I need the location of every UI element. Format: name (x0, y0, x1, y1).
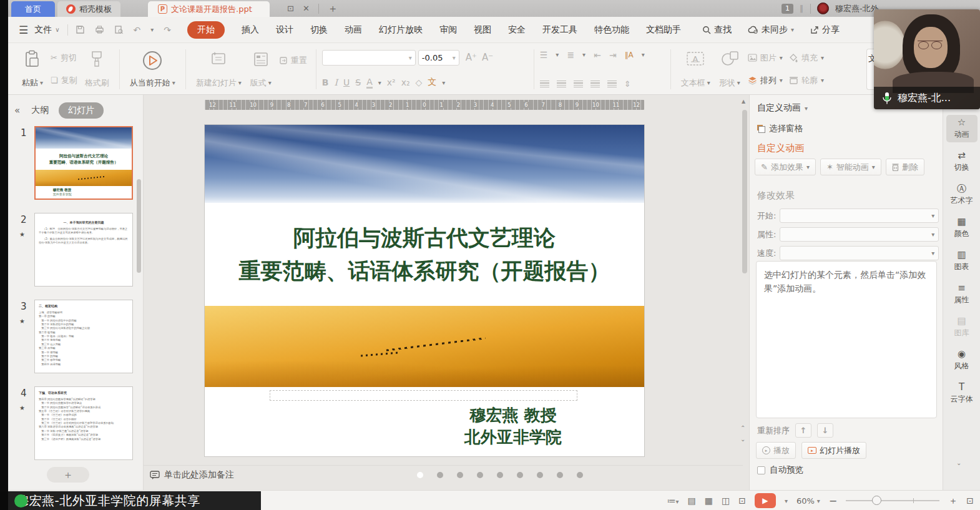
decrease-font-icon[interactable]: A⁻ (482, 52, 493, 63)
slide-dot[interactable] (517, 472, 523, 478)
font-size-combo[interactable]: -0.05▾ (418, 50, 459, 66)
slide-dot[interactable] (477, 472, 483, 478)
slide-author[interactable]: 穆宏燕 教授 北外亚非学院 (401, 405, 625, 448)
superscript-icon[interactable]: x² (387, 77, 396, 87)
save-icon[interactable] (76, 25, 85, 34)
outline-button[interactable]: 轮廓▾ (786, 72, 827, 89)
zoom-slider[interactable] (846, 500, 939, 501)
menu-tab-特色功能[interactable]: 特色功能 (594, 24, 629, 36)
line-spacing-icon[interactable]: ⇕ (624, 79, 631, 89)
notes-toggle-icon[interactable]: ≔▾ (667, 496, 679, 506)
menu-tab-插入[interactable]: 插入 (242, 24, 259, 36)
rail-item-图库[interactable]: ▤图库 (946, 313, 978, 341)
selection-pane-button[interactable]: 选择窗格 (757, 123, 803, 134)
rail-item-风格[interactable]: ◉风格 (946, 346, 978, 374)
rail-item-切换[interactable]: ⇄切换 (946, 148, 978, 175)
justify-icon[interactable] (590, 81, 600, 87)
slideshow-play-button[interactable]: ▸幻灯片播放 (801, 442, 866, 459)
rail-more-icon[interactable]: ⌄ (956, 459, 961, 466)
fill-button[interactable]: 填充▾ (786, 50, 827, 66)
bold-icon[interactable]: B (322, 77, 329, 87)
paste-button[interactable]: 粘贴▾ (17, 49, 47, 90)
rail-item-动画[interactable]: ☆动画 (946, 115, 978, 142)
slide-thumbnail[interactable]: 阿拉伯与波斯古代文艺理论重要范畴、话语体系研究（开题报告）穆宏燕 教授北外亚非学… (34, 126, 133, 200)
slide-dot[interactable] (437, 472, 443, 478)
slide-title[interactable]: 阿拉伯与波斯古代文艺理论 重要范畴、话语体系研究（开题报告） (205, 203, 644, 306)
view-sorter-icon[interactable]: ▦ (705, 496, 713, 506)
tab-slides[interactable]: 幻灯片 (59, 102, 104, 119)
add-slide-button[interactable]: ＋ (47, 467, 89, 483)
font-color-icon[interactable]: A (366, 77, 373, 89)
file-menu[interactable]: 文件∨ (34, 24, 59, 36)
play-animation-button[interactable]: ▸播放 (756, 442, 796, 459)
view-normal-icon[interactable]: ▤ (687, 496, 695, 506)
zoom-out-icon[interactable]: − (829, 495, 837, 507)
slide-editor[interactable]: 阿拉伯与波斯古代文艺理论 重要范畴、话语体系研究（开题报告） 穆宏燕 教授 北外… (205, 125, 644, 456)
new-slide-button[interactable]: 新建幻灯片▾ (192, 49, 246, 90)
slide-dot[interactable] (457, 472, 463, 478)
play-from-current-button[interactable]: 从当前开始▾ (125, 49, 180, 90)
align-center-icon[interactable] (557, 81, 566, 87)
auto-preview-checkbox[interactable]: 自动预览 (757, 464, 803, 476)
bullet-list-icon[interactable]: ☰ (540, 50, 548, 60)
view-reading-icon[interactable]: ◫ (722, 496, 730, 506)
menu-tab-开始[interactable]: 开始 (187, 21, 225, 39)
underline-icon[interactable]: U (343, 77, 350, 87)
collapse-sidebar-icon[interactable]: « (14, 105, 20, 116)
phonetic-guide-icon[interactable]: 文 (428, 77, 436, 88)
rail-item-图表[interactable]: ▥图表 (946, 247, 978, 275)
canvas-scrollbar[interactable]: ▲ ⌃ ⌄ (742, 95, 748, 490)
tab-outline[interactable]: 大纲 (31, 105, 49, 116)
menu-tab-安全[interactable]: 安全 (508, 24, 526, 36)
start-dropdown[interactable]: ▾ (780, 208, 939, 223)
panel-title-dropdown[interactable]: 自定义动画▾ (757, 102, 808, 114)
hamburger-icon[interactable]: ☰ (19, 24, 28, 36)
find-button[interactable]: 查找 (702, 24, 732, 36)
rail-item-颜色[interactable]: ▦颜色 (946, 214, 978, 242)
rail-item-属性[interactable]: ≡属性 (946, 280, 978, 308)
notes-placeholder[interactable]: 单击此处添加备注 (150, 469, 234, 481)
slide-dot[interactable] (497, 472, 503, 478)
zoom-in-icon[interactable]: ＋ (948, 495, 958, 507)
arrange-button[interactable]: 排列▾ (745, 72, 786, 89)
menu-tab-开发工具[interactable]: 开发工具 (542, 24, 577, 36)
speed-dropdown[interactable]: ▾ (780, 246, 939, 260)
undo-caret-icon[interactable]: ▾ (150, 26, 154, 33)
rail-item-艺术字[interactable]: Ⓐ艺术字 (946, 181, 978, 208)
close-tab-icon[interactable]: ✕ (303, 4, 310, 13)
new-tab-icon[interactable]: ＋ (328, 1, 338, 16)
menu-tab-切换[interactable]: 切换 (310, 24, 328, 36)
increase-indent-icon[interactable]: ⇥ (609, 50, 617, 60)
menu-tab-文档助手[interactable]: 文档助手 (646, 24, 681, 36)
font-name-combo[interactable]: ▾ (322, 50, 416, 66)
add-effect-button[interactable]: ✎添加效果▾ (755, 159, 816, 175)
picture-button[interactable]: 图片▾ (745, 50, 786, 66)
clear-format-icon[interactable]: ◇ (416, 77, 423, 87)
play-options-caret[interactable]: ▾ (785, 498, 788, 504)
scroll-up-icon[interactable]: ▲ (742, 99, 745, 104)
undo-icon[interactable]: ↶ (134, 25, 141, 35)
previous-slide-icon[interactable]: ⌃ (740, 424, 745, 431)
tab-templates[interactable]: 稻壳模板 (57, 1, 120, 17)
numbered-list-icon[interactable]: ≣ (567, 50, 574, 60)
increase-font-icon[interactable]: A⁺ (466, 52, 477, 63)
present-monitor-icon[interactable]: ⊡ (287, 4, 294, 13)
distribute-icon[interactable] (607, 81, 617, 87)
slide-dot[interactable] (537, 472, 543, 478)
tab-document[interactable]: P文论课题开题报告.ppt (148, 1, 270, 17)
slide-thumbnail[interactable]: 二、框架结构上编、诗学范畴研究第一章 韵范畴 第一节 阿拉伯诗歌中的韵范畴 第二… (34, 300, 133, 373)
strikethrough-icon[interactable]: S (355, 77, 361, 87)
redo-icon[interactable]: ↷ (164, 25, 171, 35)
decrease-indent-icon[interactable]: ⇤ (594, 50, 601, 60)
text-direction-icon[interactable]: ∥A (625, 51, 634, 59)
webcam-overlay[interactable]: 穆宏燕-北... (874, 9, 980, 109)
fit-to-window-icon[interactable]: ⊡ (966, 496, 974, 506)
slide-dot[interactable] (577, 472, 583, 478)
sidebar-scrollbar[interactable] (137, 179, 141, 273)
rail-item-云字体[interactable]: T云字体 (946, 380, 978, 407)
slideshow-play-button[interactable]: ▶ (755, 493, 776, 508)
menu-tab-设计[interactable]: 设计 (276, 24, 293, 36)
slide-dot[interactable] (557, 472, 563, 478)
reorder-up-button[interactable]: ↑ (795, 423, 811, 438)
layout-button[interactable]: 版式▾ (246, 49, 276, 90)
